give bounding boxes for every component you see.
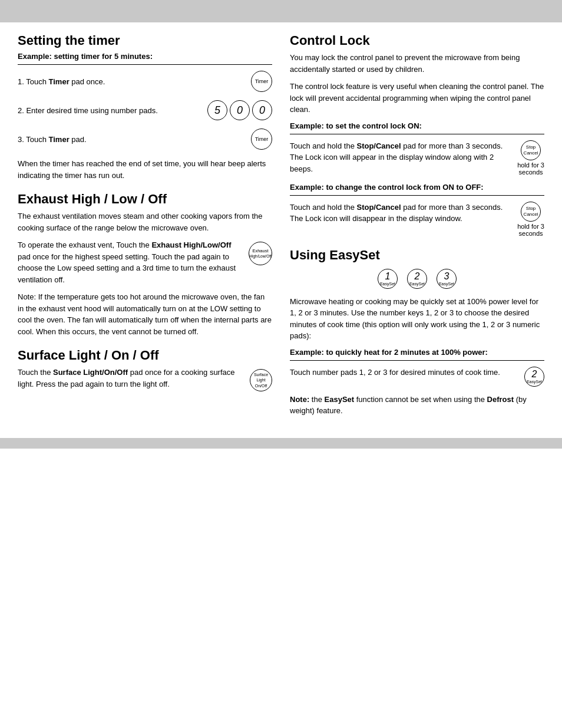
control-lock-example2: Example: to change the control lock from… bbox=[290, 183, 544, 237]
easyset-note: Note: the EasySet function cannot be set… bbox=[290, 394, 544, 417]
control-lock-example1-text: Touch and hold the Stop/Cancel pad for m… bbox=[290, 140, 509, 175]
timer-step-2: 2. Enter desired time using number pads.… bbox=[18, 100, 272, 120]
easyset-p1: Microwave heating or cooking may be quic… bbox=[290, 296, 544, 342]
timer-step-2-icons: 5 0 0 bbox=[207, 100, 272, 120]
number-0b-button[interactable]: 0 bbox=[252, 100, 272, 120]
easyset-3-wrap: 3 EasySet bbox=[437, 269, 457, 289]
surface-icon-wrap: Surface Light On/Off bbox=[250, 369, 272, 391]
timer-button-1[interactable]: Timer bbox=[251, 71, 272, 92]
timer-title: Setting the timer bbox=[18, 33, 272, 48]
timer-step-1: 1. Touch Timer pad once. Timer bbox=[18, 71, 272, 92]
easyset-3-button[interactable]: 3 EasySet bbox=[437, 269, 457, 289]
control-lock-example1-subtitle: Example: to set the control lock ON: bbox=[290, 121, 544, 130]
timer-step-3-icons: Timer bbox=[251, 129, 272, 150]
exhaust-p1: The exhaust ventilation moves steam and … bbox=[18, 210, 272, 233]
stop-cancel-button-2[interactable]: Stop Cancel bbox=[521, 202, 541, 222]
easyset-example-icon-wrap: 2 EasySet bbox=[524, 367, 544, 387]
control-lock-example2-subtitle: Example: to change the control lock from… bbox=[290, 183, 544, 192]
control-lock-p1: You may lock the control panel to preven… bbox=[290, 52, 544, 75]
number-0a-button[interactable]: 0 bbox=[230, 100, 250, 120]
exhaust-button[interactable]: Exhaust High/Low/Off bbox=[249, 242, 272, 265]
easyset-1-button[interactable]: 1 EasySet bbox=[378, 269, 398, 289]
bottom-bar bbox=[0, 438, 562, 449]
stop-cancel-button-1[interactable]: Stop Cancel bbox=[521, 140, 541, 160]
easyset-example-subtitle: Example: to quickly heat for 2 minutes a… bbox=[290, 348, 544, 357]
exhaust-note: Note: If the temperature gets too hot ar… bbox=[18, 291, 272, 337]
control-lock-title: Control Lock bbox=[290, 33, 544, 48]
easyset-example-row: Touch number pads 1, 2 or 3 for desired … bbox=[290, 367, 544, 387]
surface-button[interactable]: Surface Light On/Off bbox=[250, 369, 272, 391]
stop-cancel-icon-wrap-1: Stop Cancel hold for 3seconds bbox=[517, 140, 544, 176]
easyset-section: Using EasySet 1 EasySet 2 EasySet bbox=[290, 248, 544, 417]
surface-title: Surface Light / On / Off bbox=[18, 348, 272, 363]
exhaust-row: To operate the exhaust vent, Touch the E… bbox=[18, 239, 272, 285]
easyset-example-button[interactable]: 2 EasySet bbox=[524, 367, 544, 387]
timer-step-1-text: 1. Touch Timer pad once. bbox=[18, 77, 245, 86]
timer-step-3-text: 3. Touch Timer pad. bbox=[18, 135, 245, 144]
easyset-example-text: Touch number pads 1, 2 or 3 for desired … bbox=[290, 367, 516, 378]
timer-section: Setting the timer Example: setting timer… bbox=[18, 33, 272, 181]
number-5-button[interactable]: 5 bbox=[207, 100, 227, 120]
exhaust-title: Exhaust High / Low / Off bbox=[18, 192, 272, 207]
stop-cancel-icon-wrap-2: Stop Cancel hold for 3seconds bbox=[517, 202, 544, 237]
timer-button-3[interactable]: Timer bbox=[251, 129, 272, 150]
easyset-2-wrap: 2 EasySet bbox=[407, 269, 427, 289]
timer-subtitle: Example: setting timer for 5 minutes: bbox=[18, 52, 272, 61]
surface-row: Touch the Surface Light/On/Off pad once … bbox=[18, 367, 272, 391]
hold-label-1: hold for 3seconds bbox=[517, 162, 544, 176]
timer-note: When the timer has reached the end of se… bbox=[18, 158, 272, 181]
control-lock-example2-row: Touch and hold the Stop/Cancel pad for m… bbox=[290, 202, 544, 237]
control-lock-p2: The control lock feature is very useful … bbox=[290, 81, 544, 116]
control-lock-example1-row: Touch and hold the Stop/Cancel pad for m… bbox=[290, 140, 544, 176]
timer-step-1-icons: Timer bbox=[251, 71, 272, 92]
hold-label-2: hold for 3seconds bbox=[517, 223, 544, 237]
easyset-icons-row: 1 EasySet 2 EasySet 3 EasySet bbox=[290, 269, 544, 289]
right-column: Control Lock You may lock the control pa… bbox=[290, 33, 544, 427]
exhaust-text: To operate the exhaust vent, Touch the E… bbox=[18, 239, 243, 285]
left-column: Setting the timer Example: setting timer… bbox=[18, 33, 272, 427]
control-lock-section: Control Lock You may lock the control pa… bbox=[290, 33, 544, 237]
control-lock-example2-text: Touch and hold the Stop/Cancel pad for m… bbox=[290, 202, 509, 225]
easyset-2-button[interactable]: 2 EasySet bbox=[407, 269, 427, 289]
exhaust-section: Exhaust High / Low / Off The exhaust ven… bbox=[18, 192, 272, 337]
timer-step-2-text: 2. Enter desired time using number pads. bbox=[18, 106, 201, 115]
surface-section: Surface Light / On / Off Touch the Surfa… bbox=[18, 348, 272, 391]
top-bar bbox=[0, 0, 562, 22]
control-lock-example1: Example: to set the control lock ON: Tou… bbox=[290, 121, 544, 176]
surface-text: Touch the Surface Light/On/Off pad once … bbox=[18, 367, 244, 390]
easyset-1-wrap: 1 EasySet bbox=[378, 269, 398, 289]
timer-step-3: 3. Touch Timer pad. Timer bbox=[18, 129, 272, 150]
easyset-title: Using EasySet bbox=[290, 248, 544, 263]
exhaust-icon-wrap: Exhaust High/Low/Off bbox=[249, 242, 272, 265]
